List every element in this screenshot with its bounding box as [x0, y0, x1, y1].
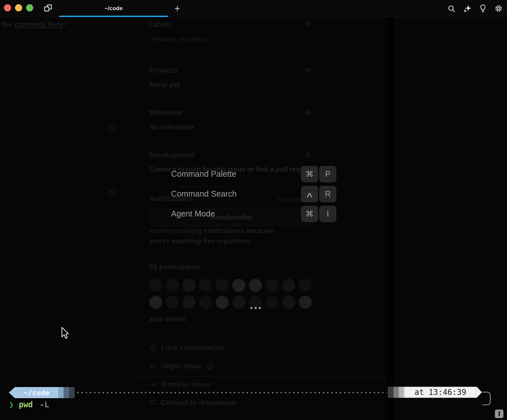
divider	[149, 60, 312, 60]
ghost-comment-suffix: !	[63, 20, 65, 28]
tabs-book-button[interactable]	[43, 3, 53, 14]
avatar	[182, 279, 196, 292]
gear-icon	[304, 109, 311, 116]
line-wrap-bracket	[483, 392, 491, 405]
settings-gear-icon	[494, 4, 503, 13]
avatar	[149, 296, 162, 309]
ghost-unpin-label: Unpin issue	[161, 362, 202, 370]
time-label: at 13:46:39	[414, 388, 466, 397]
prompt-time-block: at 13:46:39	[404, 387, 477, 398]
minimize-window-button[interactable]	[15, 4, 22, 11]
divider	[0, 292, 135, 292]
powerline-fade-segment	[58, 387, 64, 398]
pin-icon	[149, 363, 156, 370]
gear-icon	[304, 151, 311, 158]
vim-insert-mode-badge: I	[495, 410, 503, 418]
mouse-cursor	[61, 327, 70, 340]
powerline-fade-segment	[394, 387, 399, 398]
ghost-projects-value: None yet	[149, 81, 180, 89]
arrow-right-icon	[149, 381, 156, 388]
divider	[149, 256, 312, 256]
ghost-development-header: Development	[149, 151, 194, 159]
divider	[0, 374, 135, 374]
shortcut-command-palette[interactable]: Command Palette ⌘ P	[0, 166, 507, 182]
avatar	[249, 296, 262, 309]
avatar	[216, 279, 229, 292]
ghost-projects-header: Projects	[149, 66, 178, 75]
new-tab-button[interactable]: +	[172, 0, 183, 17]
warp-terminal-window: the comment here! ... Labels Feature req…	[0, 0, 507, 420]
ghost-convert-discussion: Convert to discussion	[149, 398, 236, 407]
ghost-convert-label: Convert to discussion	[161, 398, 236, 407]
close-window-button[interactable]	[4, 4, 11, 11]
avatar	[232, 296, 245, 309]
shortcut-agent-mode[interactable]: Agent Mode ⌘ I	[0, 206, 507, 221]
powerline-right-arrow	[477, 387, 482, 398]
ghost-comment-line: the comment here!	[1, 20, 65, 29]
shortcut-command-search[interactable]: Command Search ^ R	[0, 186, 507, 202]
gear-icon	[304, 20, 311, 27]
tab-code[interactable]: ~/code	[59, 0, 168, 17]
shortcut-label: Command Search	[171, 186, 237, 202]
keycap-r: R	[319, 186, 336, 202]
search-button[interactable]	[447, 5, 456, 13]
avatar	[282, 279, 295, 292]
avatar	[299, 279, 312, 292]
copy-icon	[107, 123, 118, 133]
zoom-window-button[interactable]	[26, 4, 33, 11]
powerline-left-arrow	[9, 387, 15, 398]
command-arg-text: -L	[40, 400, 49, 409]
ghost-transfer-issue: Transfer issue	[149, 380, 210, 389]
shortcut-label: Agent Mode	[171, 206, 215, 221]
shortcut-label: Command Palette	[171, 166, 236, 182]
ghost-more-ellipsis: ...	[115, 351, 123, 359]
powerline-fade-segment	[399, 387, 404, 398]
ghost-and-others: and others	[149, 315, 186, 323]
active-tab-indicator	[59, 16, 168, 17]
plus-icon: +	[175, 3, 180, 14]
settings-button[interactable]	[494, 4, 503, 13]
ghost-participants-header: 55 participants	[149, 263, 200, 271]
avatar	[199, 296, 212, 309]
ghost-labels-header: Labels	[149, 20, 172, 29]
prompt-cwd-block[interactable]: ~/code	[15, 387, 58, 398]
keycap-p: P	[319, 166, 336, 182]
ghost-lock-conversation: Lock conversation	[149, 343, 224, 352]
divider	[0, 59, 122, 59]
tab-title: ~/code	[104, 5, 123, 12]
ghost-milestone-header: Milestone	[149, 109, 182, 117]
avatar	[166, 279, 179, 292]
ghost-notifications-note: You're receiving notifications because y…	[149, 226, 293, 246]
ghost-label-badge: Feature requests	[152, 35, 207, 43]
divider	[136, 377, 386, 377]
ai-button[interactable]	[463, 4, 471, 13]
cwd-label: ~/code	[23, 389, 49, 397]
avatar	[232, 279, 245, 292]
avatar	[299, 296, 312, 309]
divider	[149, 144, 312, 145]
keycap-cmd: ⌘	[301, 206, 318, 222]
lightbulb-icon	[479, 4, 487, 13]
keycap-i: I	[319, 206, 336, 222]
ghost-milestone-value: No milestone	[149, 123, 194, 131]
ghost-copy-button	[102, 117, 123, 138]
command-input-line[interactable]: ❯ pwd -L	[9, 400, 49, 410]
keycap-ctrl: ^	[301, 186, 318, 202]
ghost-unpin-issue: Unpin issue	[149, 362, 213, 370]
participants-avatar-row	[149, 279, 312, 292]
avatar	[266, 279, 279, 292]
avatar	[266, 296, 279, 309]
prompt-chevron-icon: ❯	[9, 400, 14, 409]
avatar	[166, 296, 179, 309]
avatar	[282, 296, 295, 309]
powerline-fade-segment	[64, 387, 69, 398]
ghost-transfer-label: Transfer issue	[161, 380, 210, 389]
avatar	[199, 279, 212, 292]
command-text: pwd	[19, 400, 33, 409]
tabs-book-icon	[43, 3, 53, 14]
participants-avatar-row	[149, 296, 312, 309]
avatar	[149, 279, 162, 292]
powerline-fade-segment	[388, 387, 394, 398]
divider	[149, 100, 312, 101]
tips-button[interactable]	[479, 4, 487, 13]
